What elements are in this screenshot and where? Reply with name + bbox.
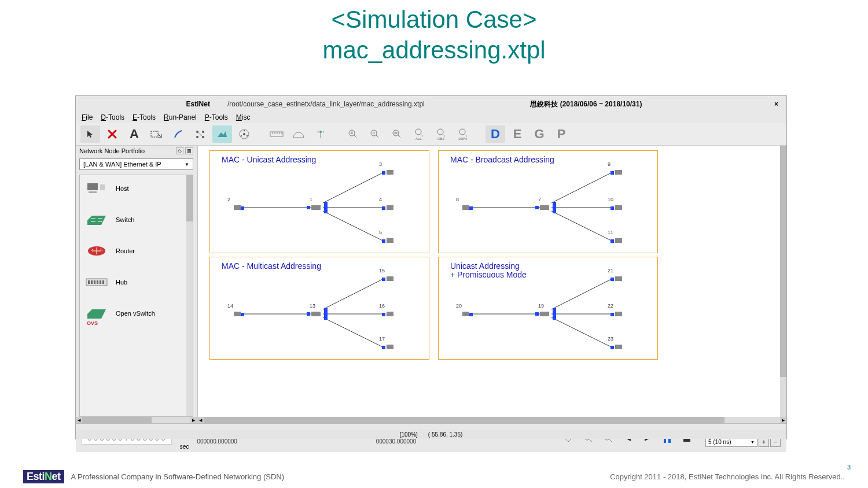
pointer-tool-icon[interactable] xyxy=(80,125,100,143)
license-text: 思銳科技 (2018/06/06 ~ 2018/10/31) xyxy=(530,99,642,109)
svg-line-39 xyxy=(551,211,611,241)
host-node[interactable]: 16 xyxy=(384,310,395,318)
mode-g-button[interactable]: G xyxy=(529,125,549,143)
canvas-vscroll[interactable] xyxy=(780,146,786,417)
node-item-ovs[interactable]: OVS Open vSwitch xyxy=(80,300,193,331)
node-item-host[interactable]: Host xyxy=(80,175,193,206)
svg-text:ALL: ALL xyxy=(415,137,422,141)
footer-tagline: A Professional Company in Software-Defin… xyxy=(71,472,285,481)
protractor-tool-icon[interactable] xyxy=(289,125,308,143)
delete-tool-icon[interactable] xyxy=(102,125,122,143)
topology-panel[interactable]: Unicast Addressing + Promiscuous Mode201… xyxy=(438,257,658,360)
svg-line-45 xyxy=(551,279,611,309)
menu-misc[interactable]: Misc xyxy=(236,113,251,121)
zoom-in-icon[interactable] xyxy=(343,125,363,143)
host-node[interactable]: 8 xyxy=(459,204,471,212)
hub-node[interactable]: 7 xyxy=(537,204,552,212)
svg-point-7 xyxy=(244,130,245,131)
svg-rect-10 xyxy=(270,132,283,136)
svg-rect-26 xyxy=(88,280,90,284)
host-node[interactable]: 22 xyxy=(612,310,624,318)
radiation-tool-icon[interactable] xyxy=(234,125,254,143)
zoom-100-icon[interactable]: 100% xyxy=(453,125,473,143)
node-item-switch[interactable]: Switch xyxy=(80,206,193,238)
svg-line-33 xyxy=(323,173,382,203)
svg-rect-30 xyxy=(100,280,101,284)
host-node[interactable]: 14 xyxy=(231,310,242,318)
hub-icon xyxy=(86,275,108,290)
menu-etools[interactable]: E-Tools xyxy=(133,113,156,121)
zoom-out-icon[interactable] xyxy=(365,125,385,143)
host-node[interactable]: 9 xyxy=(612,168,624,176)
mode-e-button[interactable]: E xyxy=(507,125,527,143)
zoom-all-icon[interactable]: ALL xyxy=(409,125,429,143)
node-item-router[interactable]: Router xyxy=(80,238,193,269)
sidebar-hscroll[interactable]: ◀▶ xyxy=(76,417,197,423)
zoom-reset-icon[interactable] xyxy=(387,125,407,143)
topology-panel[interactable]: MAC - Broadcast Addressing8791011 xyxy=(438,150,658,253)
mode-d-button[interactable]: D xyxy=(486,125,505,143)
zoom-readout: [100%] xyxy=(400,431,418,438)
node-portfolio-list: Host Switch Router Hub OVS Open vSwitch xyxy=(79,175,193,417)
footer-copyright: Copyright 2011 - 2018, EstiNet Technolog… xyxy=(610,472,845,481)
menu-runpanel[interactable]: Run-Panel xyxy=(164,113,197,121)
category-dropdown[interactable]: [LAN & WAN] Ethernet & IP ▼ xyxy=(79,158,193,170)
svg-point-2 xyxy=(202,131,204,133)
terrain-tool-icon[interactable] xyxy=(212,125,232,143)
file-path: /root/course_case_estinetx/data_link_lay… xyxy=(227,100,425,108)
svg-rect-21 xyxy=(87,183,98,190)
host-node[interactable]: 21 xyxy=(612,275,624,283)
host-node[interactable]: 20 xyxy=(459,310,471,318)
status-bar: [100%] ( 55.86, 1.35) xyxy=(76,430,786,439)
host-node[interactable]: 23 xyxy=(612,343,624,351)
host-node[interactable]: 15 xyxy=(384,275,395,283)
host-node[interactable]: 5 xyxy=(384,236,395,245)
antenna-tool-icon[interactable] xyxy=(311,125,330,143)
host-node[interactable]: 11 xyxy=(612,236,624,245)
text-tool-icon[interactable]: A xyxy=(124,125,144,143)
switch-icon xyxy=(86,212,108,227)
host-node[interactable]: 2 xyxy=(231,204,242,212)
page-number: 3 xyxy=(847,464,851,471)
sidebar-scrollbar[interactable] xyxy=(186,175,193,416)
ruler-tool-icon[interactable] xyxy=(267,125,286,143)
canvas-hscroll[interactable]: ◀▶ xyxy=(197,417,786,423)
node-item-hub[interactable]: Hub xyxy=(80,269,193,300)
svg-line-47 xyxy=(551,317,611,347)
host-node[interactable]: 3 xyxy=(384,168,395,176)
svg-line-43 xyxy=(323,317,382,347)
svg-point-19 xyxy=(459,129,465,135)
topology-panel[interactable]: MAC - Multicast Addressing1413151617 xyxy=(209,257,429,360)
mode-p-button[interactable]: P xyxy=(551,125,571,143)
sec-label: sec xyxy=(180,443,189,450)
panel-close-icon[interactable]: ⊠ xyxy=(185,147,193,154)
menu-dtools[interactable]: D-Tools xyxy=(101,113,124,121)
window-close-button[interactable]: × xyxy=(771,100,782,108)
estinet-logo: EstiNet xyxy=(23,470,64,483)
title-line2: mac_addressing.xtpl xyxy=(0,35,868,66)
svg-rect-31 xyxy=(102,280,104,284)
svg-point-9 xyxy=(241,135,242,136)
select-rect-tool-icon[interactable] xyxy=(146,125,166,143)
zoom-obj-icon[interactable]: OBJ xyxy=(431,125,451,143)
svg-point-15 xyxy=(415,129,421,135)
topology-panel[interactable]: MAC - Unicast Addressing21345 xyxy=(209,150,429,253)
host-node[interactable]: 4 xyxy=(384,204,395,212)
svg-line-37 xyxy=(551,173,611,203)
panel-collapse-icon[interactable]: ◇ xyxy=(176,147,183,154)
host-node[interactable]: 17 xyxy=(384,343,395,351)
brand-label: EstiNet xyxy=(186,100,210,108)
menu-bar: File D-Tools E-Tools Run-Panel P-Tools M… xyxy=(76,112,786,123)
topology-canvas[interactable]: MAC - Unicast Addressing21345MAC - Broad… xyxy=(197,146,786,417)
slide-title: <Simulation Case> mac_addressing.xtpl xyxy=(0,0,868,66)
move-node-tool-icon[interactable] xyxy=(190,125,210,143)
link-tool-icon[interactable] xyxy=(168,125,188,143)
hub-node[interactable]: 1 xyxy=(308,204,323,212)
hub-node[interactable]: 19 xyxy=(537,310,552,318)
menu-file[interactable]: File xyxy=(82,113,93,121)
host-node[interactable]: 10 xyxy=(612,204,624,212)
hub-node[interactable]: 13 xyxy=(308,310,323,318)
svg-point-6 xyxy=(243,133,245,135)
menu-ptools[interactable]: P-Tools xyxy=(205,113,228,121)
svg-point-8 xyxy=(247,135,248,136)
